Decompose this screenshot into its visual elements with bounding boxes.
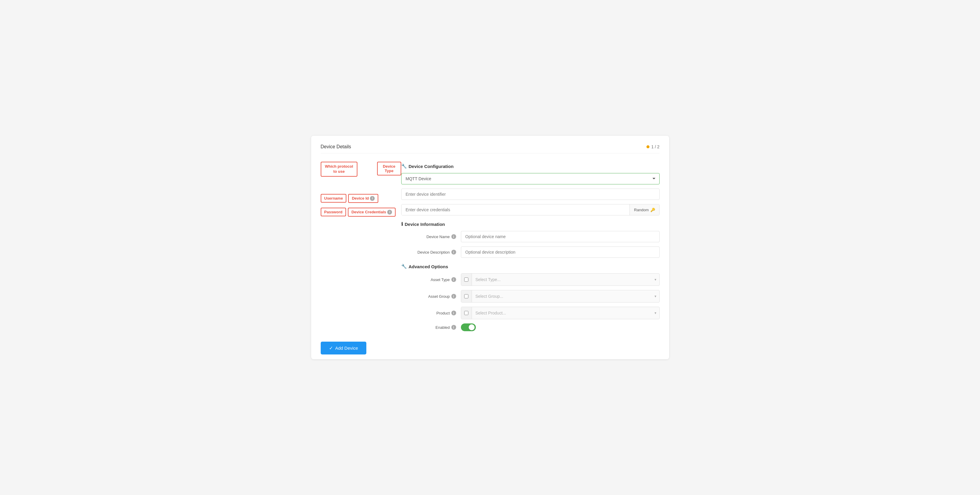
step-indicator: 1 / 2 [646, 145, 659, 149]
device-description-label: Device Description i [401, 250, 461, 255]
product-checkbox[interactable] [464, 311, 468, 315]
asset-group-select-wrapper: Select Group... ▾ [461, 290, 660, 302]
asset-type-row: Asset Type i Select Type... ▾ [401, 273, 660, 286]
device-credentials-input[interactable] [401, 204, 630, 215]
device-configuration-title: 🔧 Device Configuration [401, 164, 660, 169]
asset-type-checkbox-wrap [461, 274, 472, 285]
product-chevron-icon: ▾ [652, 311, 659, 315]
asset-group-label: Asset Group i [401, 294, 461, 299]
annotation-group-2: Username Device Id i [321, 194, 401, 203]
advanced-options-section: 🔧 Advanced Options [401, 264, 660, 269]
protocol-annotation: Which protocol to use [321, 162, 358, 177]
annotation-group-3: Password Device Credentials i [321, 208, 401, 216]
asset-type-select-wrapper: Select Type... ▾ [461, 273, 660, 286]
key-icon: 🔑 [650, 208, 655, 212]
device-details-card: Device Details 1 / 2 Which protocol to u… [311, 136, 669, 359]
asset-type-label: Asset Type i [401, 277, 461, 282]
enabled-toggle-container [461, 323, 660, 331]
username-annotation: Username [321, 194, 347, 202]
device-name-info-icon: i [451, 234, 456, 239]
device-type-select[interactable]: MQTT Device HTTP Device CoAP Device [401, 173, 660, 185]
advanced-wrench-icon: 🔧 [401, 264, 407, 269]
step-text: 1 / 2 [651, 145, 659, 149]
product-select[interactable]: Select Product... [472, 308, 652, 318]
device-type-group: MQTT Device HTTP Device CoAP Device [401, 173, 660, 185]
asset-type-select[interactable]: Select Type... [472, 274, 652, 285]
device-description-info-icon: i [451, 250, 456, 255]
asset-group-checkbox-wrap [461, 290, 472, 302]
product-checkbox-wrap [461, 307, 472, 319]
page-title: Device Details [321, 144, 351, 150]
annotation-group-1: Which protocol to use Device Type [321, 162, 401, 178]
device-creds-info-icon: i [387, 210, 392, 215]
device-id-input[interactable] [401, 189, 660, 200]
device-name-label: Device Name i [401, 234, 461, 239]
asset-type-chevron-icon: ▾ [652, 277, 659, 282]
product-select-wrapper: Select Product... ▾ [461, 307, 660, 319]
add-device-button[interactable]: ✓ Add Device [321, 342, 367, 355]
asset-group-info-icon: i [451, 294, 456, 299]
enabled-toggle[interactable] [461, 323, 476, 331]
form-body: Which protocol to use Device Type Userna… [321, 161, 660, 335]
wrench-icon: 🔧 [401, 164, 407, 169]
enabled-row: Enabled i [401, 323, 660, 331]
device-id-info-icon: i [370, 196, 375, 201]
annotations-panel: Which protocol to use Device Type Userna… [321, 161, 401, 335]
asset-group-select[interactable]: Select Group... [472, 291, 652, 302]
step-dot [646, 145, 649, 148]
check-icon: ✓ [329, 345, 333, 351]
asset-group-checkbox[interactable] [464, 294, 468, 298]
device-description-row: Device Description i [401, 247, 660, 258]
password-annotation: Password [321, 208, 346, 216]
product-info-icon: i [451, 310, 456, 315]
form-area: 🔧 Device Configuration MQTT Device HTTP … [401, 161, 660, 335]
enabled-info-icon: i [451, 325, 456, 330]
info-section-icon: ℹ [401, 221, 403, 227]
device-name-input[interactable] [461, 231, 660, 242]
enabled-label: Enabled i [401, 325, 461, 330]
device-configuration-section: 🔧 Device Configuration [401, 164, 660, 169]
product-label: Product i [401, 310, 461, 315]
device-id-group [401, 189, 660, 200]
device-information-title: ℹ Device Information [401, 221, 660, 227]
device-id-annotation: Device Id i [348, 194, 378, 203]
advanced-options-title: 🔧 Advanced Options [401, 264, 660, 269]
device-name-row: Device Name i [401, 231, 660, 242]
device-description-input[interactable] [461, 247, 660, 258]
asset-group-chevron-icon: ▾ [652, 294, 659, 298]
asset-type-checkbox[interactable] [464, 277, 468, 282]
device-type-annotation: Device Type [377, 162, 401, 175]
asset-type-info-icon: i [451, 277, 456, 282]
toggle-slider [461, 323, 476, 331]
product-row: Product i Select Product... ▾ [401, 307, 660, 319]
device-information-section: ℹ Device Information [401, 221, 660, 227]
device-credentials-annotation: Device Credentials i [348, 208, 396, 216]
card-header: Device Details 1 / 2 [321, 144, 660, 153]
device-credentials-group: Random 🔑 [401, 204, 660, 215]
asset-group-row: Asset Group i Select Group... ▾ [401, 290, 660, 302]
random-button[interactable]: Random 🔑 [630, 204, 659, 215]
